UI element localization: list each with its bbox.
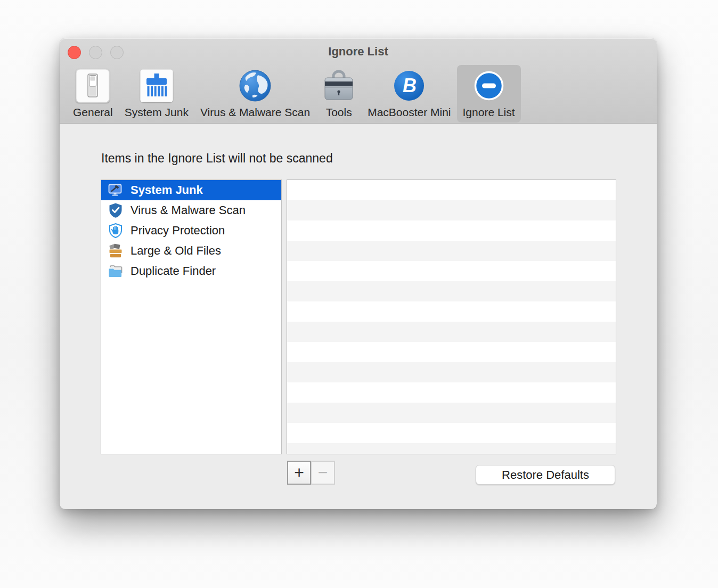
toolbar-label: MacBooster Mini	[368, 106, 451, 119]
svg-text:B: B	[403, 75, 417, 96]
toolbar-item-ignore-list[interactable]: Ignore List	[457, 65, 521, 123]
toolbox-icon	[322, 68, 356, 104]
general-switch-icon	[76, 68, 110, 104]
toolbar-item-tools[interactable]: Tools	[316, 65, 362, 123]
macbooster-mini-icon: B	[394, 68, 425, 104]
window-title: Ignore List	[60, 38, 657, 64]
toolbar: General	[67, 65, 521, 123]
shield-hand-icon	[108, 223, 124, 239]
preferences-window: Ignore List General	[60, 38, 657, 509]
category-row-duplicate-finder[interactable]: Duplicate Finder	[101, 261, 281, 281]
remove-item-button[interactable]: −	[311, 461, 335, 485]
window-header: Ignore List General	[60, 38, 657, 124]
toolbar-label: Virus & Malware Scan	[200, 106, 310, 119]
toolbar-label: General	[73, 106, 113, 119]
category-row-virus-malware-scan[interactable]: Virus & Malware Scan	[101, 200, 281, 220]
category-label: Virus & Malware Scan	[130, 203, 246, 217]
toolbar-label: Ignore List	[463, 106, 515, 119]
toolbar-item-macbooster-mini[interactable]: B MacBooster Mini	[362, 65, 456, 123]
category-label: Large & Old Files	[130, 244, 221, 258]
toolbar-label: System Junk	[125, 106, 189, 119]
virus-scan-globe-icon	[239, 68, 272, 104]
toolbar-label: Tools	[326, 106, 352, 119]
category-label: System Junk	[130, 183, 203, 197]
category-row-large-old-files[interactable]: Large & Old Files	[101, 241, 281, 261]
toolbar-item-virus-malware-scan[interactable]: Virus & Malware Scan	[194, 65, 316, 123]
category-row-privacy-protection[interactable]: Privacy Protection	[101, 220, 281, 241]
category-list: System Junk Virus & Malware Scan	[101, 179, 282, 454]
toolbar-item-general[interactable]: General	[67, 65, 119, 123]
ignore-list-minus-icon	[474, 68, 504, 104]
duplicate-folders-icon	[108, 263, 124, 279]
ignore-list-description: Items in the Ignore List will not be sca…	[101, 151, 333, 166]
toolbar-item-system-junk[interactable]: System Junk	[119, 65, 194, 123]
category-row-system-junk[interactable]: System Junk	[101, 180, 281, 200]
ignore-items-list[interactable]	[287, 179, 616, 454]
add-item-button[interactable]: +	[287, 461, 311, 485]
list-edit-controls: + −	[287, 461, 335, 485]
system-junk-monitor-icon	[108, 182, 124, 198]
system-junk-broom-icon	[140, 68, 173, 104]
category-label: Duplicate Finder	[130, 264, 216, 278]
large-old-files-icon	[108, 243, 124, 259]
shield-check-icon	[108, 202, 124, 218]
category-label: Privacy Protection	[130, 224, 225, 238]
restore-defaults-button[interactable]: Restore Defaults	[476, 465, 615, 485]
